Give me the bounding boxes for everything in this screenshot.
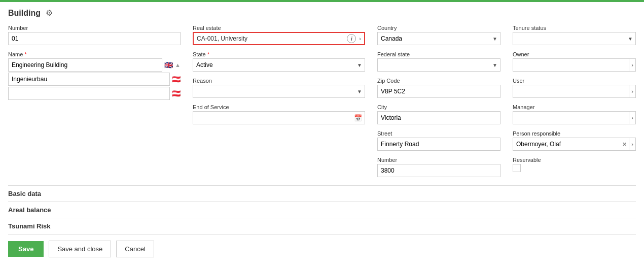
- tenure-status-label: Tenure status: [513, 25, 636, 31]
- real-estate-label: Real estate: [193, 25, 365, 31]
- name-input-extra[interactable]: [8, 87, 170, 100]
- street-label: Street: [377, 130, 500, 137]
- manager-nav-arrow[interactable]: ›: [629, 112, 635, 124]
- name-label: Name *: [8, 51, 181, 57]
- name-row-3: 🇦🇹: [8, 87, 181, 100]
- real-estate-box[interactable]: CA-001, University i ›: [193, 32, 365, 45]
- field-state: State * Active Inactive ▼: [193, 51, 365, 72]
- owner-label: Owner: [513, 51, 636, 57]
- federal-state-select-wrapper: ▼: [377, 58, 500, 72]
- footer: Save Save and close Cancel: [8, 234, 636, 257]
- federal-state-label: Federal state: [377, 51, 500, 57]
- main-form: Number Name * 🇬🇧 ▲ 🇦🇹 🇦🇹: [8, 25, 636, 180]
- person-responsible-clear[interactable]: ✕: [620, 141, 629, 148]
- real-estate-value: CA-001, University: [197, 35, 344, 42]
- areal-balance-label: Areal balance: [8, 206, 51, 214]
- col-ownership: Tenure status ▼ Owner › User: [513, 25, 636, 180]
- federal-state-select[interactable]: [377, 58, 500, 72]
- field-name: Name * 🇬🇧 ▲ 🇦🇹 🇦🇹: [8, 51, 181, 100]
- user-input[interactable]: [513, 85, 629, 97]
- city-label: City: [377, 104, 500, 110]
- number-label: Number: [8, 25, 181, 31]
- zip-input[interactable]: [377, 85, 500, 98]
- section-areal-balance: Areal balance: [8, 202, 636, 218]
- page: Building ⚙ Number Name * 🇬🇧 ▲: [0, 2, 644, 263]
- number-input[interactable]: [8, 32, 181, 45]
- field-number: Number: [8, 25, 181, 45]
- country-select[interactable]: Canada USA: [377, 32, 500, 45]
- state-select[interactable]: Active Inactive: [193, 58, 365, 72]
- flag-at-2: 🇦🇹: [172, 89, 181, 97]
- tenure-status-select[interactable]: [513, 32, 636, 45]
- owner-nav-arrow[interactable]: ›: [629, 59, 635, 71]
- user-nav-arrow[interactable]: ›: [629, 85, 635, 97]
- state-label: State *: [193, 51, 365, 57]
- field-reservable: Reservable: [513, 157, 636, 172]
- field-user: User ›: [513, 78, 636, 98]
- field-city: City: [377, 104, 500, 124]
- manager-input-wrapper: ›: [513, 111, 636, 124]
- person-responsible-wrapper: ✕ ›: [513, 138, 636, 151]
- field-street-number: Number: [377, 157, 500, 177]
- user-input-wrapper: ›: [513, 85, 636, 98]
- name-edit-icon[interactable]: ▲: [175, 62, 181, 68]
- country-select-wrapper: Canada USA ▼: [377, 32, 500, 45]
- reservable-label: Reservable: [513, 157, 636, 163]
- user-label: User: [513, 78, 636, 84]
- col-building: Number Name * 🇬🇧 ▲ 🇦🇹 🇦🇹: [8, 25, 181, 180]
- field-tenure-status: Tenure status ▼: [513, 25, 636, 45]
- save-button[interactable]: Save: [8, 241, 44, 257]
- calendar-icon[interactable]: 📅: [354, 114, 362, 122]
- page-header: Building ⚙: [8, 8, 636, 18]
- field-person-responsible: Person responsible ✕ ›: [513, 130, 636, 151]
- info-icon[interactable]: i: [347, 34, 356, 43]
- col-location: Country Canada USA ▼ Federal state ▼: [377, 25, 500, 180]
- person-responsible-input[interactable]: [513, 138, 620, 150]
- field-zip: Zip Code: [377, 78, 500, 98]
- reason-label: Reason: [193, 78, 365, 84]
- person-responsible-nav-arrow[interactable]: ›: [629, 138, 635, 150]
- street-number-input[interactable]: [377, 164, 500, 177]
- name-input-de[interactable]: [8, 73, 170, 86]
- state-select-wrapper: Active Inactive ▼: [193, 58, 365, 72]
- field-real-estate: Real estate CA-001, University i ›: [193, 25, 365, 45]
- person-responsible-label: Person responsible: [513, 130, 636, 137]
- field-street: Street: [377, 130, 500, 151]
- field-country: Country Canada USA ▼: [377, 25, 500, 45]
- section-basic-data: Basic data: [8, 185, 636, 202]
- page-title: Building: [8, 9, 41, 18]
- field-manager: Manager ›: [513, 104, 636, 124]
- real-estate-nav-arrow[interactable]: ›: [359, 36, 361, 42]
- field-owner: Owner ›: [513, 51, 636, 72]
- field-end-of-service: End of Service 📅: [193, 104, 365, 124]
- street-input[interactable]: [377, 138, 500, 151]
- field-federal-state: Federal state ▼: [377, 51, 500, 72]
- street-number-label: Number: [377, 157, 500, 163]
- col-real-estate: Real estate CA-001, University i › State…: [193, 25, 365, 180]
- save-and-close-button[interactable]: Save and close: [49, 241, 111, 257]
- manager-input[interactable]: [513, 112, 629, 124]
- name-input-en[interactable]: [8, 58, 162, 72]
- manager-label: Manager: [513, 104, 636, 110]
- reason-select-wrapper: ▼: [193, 85, 365, 98]
- owner-input[interactable]: [513, 59, 629, 71]
- tenure-status-select-wrapper: ▼: [513, 32, 636, 45]
- end-of-service-label: End of Service: [193, 104, 365, 110]
- date-wrapper: 📅: [193, 111, 365, 124]
- gear-icon[interactable]: ⚙: [46, 8, 53, 18]
- reason-select[interactable]: [193, 85, 365, 98]
- country-label: Country: [377, 25, 500, 31]
- tsunami-risk-label: Tsunami Risk: [8, 222, 51, 230]
- reservable-checkbox[interactable]: [513, 164, 521, 172]
- end-of-service-input[interactable]: [193, 111, 365, 124]
- zip-label: Zip Code: [377, 78, 500, 84]
- flag-at-1: 🇦🇹: [172, 75, 181, 83]
- field-reason: Reason ▼: [193, 78, 365, 98]
- basic-data-label: Basic data: [8, 190, 41, 197]
- cancel-button[interactable]: Cancel: [116, 241, 154, 257]
- city-input[interactable]: [377, 111, 500, 124]
- flag-en: 🇬🇧: [164, 61, 173, 69]
- name-row-2: 🇦🇹: [8, 73, 181, 86]
- owner-input-wrapper: ›: [513, 58, 636, 72]
- name-row-1: 🇬🇧 ▲: [8, 58, 181, 72]
